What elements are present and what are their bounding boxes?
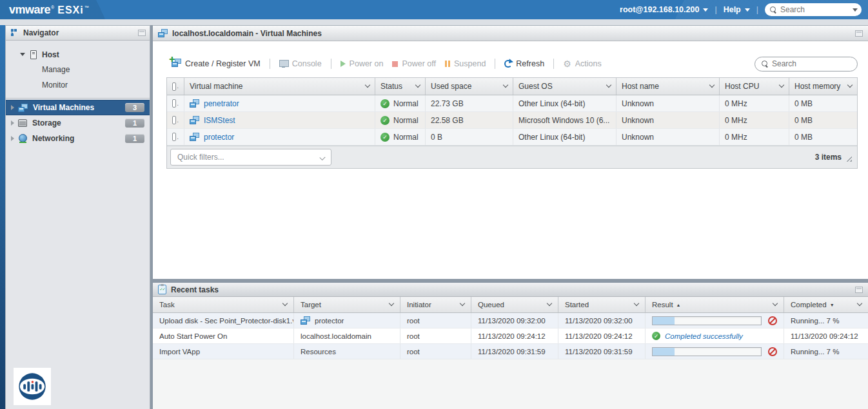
gear-icon: ⚙ — [563, 59, 571, 68]
column-header-host-cpu[interactable]: Host CPU — [720, 78, 789, 95]
tasks-table-header: Task Target Initiator Queued Started Res… — [153, 297, 868, 313]
networking-label: Networking — [32, 134, 74, 143]
vm-search-box[interactable] — [755, 57, 858, 71]
refresh-button[interactable]: Refresh — [504, 59, 544, 68]
refresh-label: Refresh — [516, 59, 544, 68]
column-menu-icon[interactable] — [282, 301, 288, 306]
column-header-host-memory[interactable]: Host memory — [789, 78, 857, 95]
column-header-target[interactable]: Target — [294, 297, 400, 312]
global-search-box[interactable] — [765, 3, 862, 16]
column-menu-icon[interactable] — [547, 301, 552, 306]
row-checkbox[interactable] — [172, 116, 176, 124]
started-value: 11/13/2020 09:32:00 — [558, 313, 646, 328]
task-progress-fill — [653, 348, 675, 356]
vm-search-input[interactable] — [772, 59, 851, 68]
actions-button[interactable]: ⚙ Actions — [563, 59, 602, 68]
create-register-vm-button[interactable]: ✚ Create / Register VM — [172, 59, 261, 69]
task-row-auto-start[interactable]: Auto Start Power On localhost.localdomai… — [153, 328, 868, 344]
vm-name-link[interactable]: protector — [204, 133, 234, 142]
sidebar-item-storage[interactable]: Storage 1 — [6, 115, 150, 131]
create-vm-icon: ✚ — [172, 59, 181, 69]
expand-icon[interactable] — [11, 136, 14, 141]
select-all-checkbox[interactable] — [172, 82, 176, 91]
help-label: Help — [724, 5, 741, 14]
sidebar-item-monitor[interactable]: Monitor — [6, 77, 150, 93]
column-menu-icon[interactable] — [365, 82, 370, 88]
expand-icon[interactable] — [11, 120, 14, 126]
vm-icon — [301, 316, 310, 325]
column-header-virtual-machine[interactable]: Virtual machine — [184, 78, 375, 95]
column-header-started[interactable]: Started — [558, 297, 646, 312]
sidebar-item-networking[interactable]: Networking 1 — [6, 131, 150, 146]
power-off-button[interactable]: Power off — [392, 59, 436, 68]
search-scope-dropdown-icon[interactable] — [853, 8, 858, 12]
column-header-status[interactable]: Status — [375, 78, 426, 95]
task-row-upload-disk[interactable]: Upload disk - Sec Point_Protector-disk1.… — [153, 313, 868, 328]
column-menu-icon[interactable] — [857, 301, 862, 306]
resize-grip-icon[interactable] — [845, 155, 852, 162]
column-menu-icon[interactable] — [709, 82, 715, 88]
sidebar-item-virtual-machines[interactable]: Virtual Machines 3 — [6, 100, 150, 115]
used-space-value: 22.58 GB — [426, 112, 513, 128]
target-value[interactable]: protector — [315, 317, 344, 325]
maximize-panel-icon[interactable] — [855, 287, 863, 293]
vm-icon — [18, 104, 28, 112]
initiator-value: root — [400, 328, 471, 343]
suspend-button[interactable]: Suspend — [445, 59, 486, 68]
trademark-mark: ™ — [84, 5, 89, 10]
column-header-task[interactable]: Task — [153, 297, 294, 312]
task-row-import-vapp[interactable]: Import VApp Resources root 11/13/2020 09… — [153, 344, 868, 359]
host-memory-value: 0 MB — [789, 129, 857, 145]
vm-row-ismstest[interactable]: . ISMStest Normal 22.58 GB Microsoft Win… — [167, 112, 857, 129]
column-header-queued[interactable]: Queued — [471, 297, 558, 312]
sidebar-item-host[interactable]: Host — [6, 47, 150, 62]
global-search-input[interactable] — [780, 5, 853, 14]
quick-filters-dropdown[interactable]: Quick filters... — [170, 149, 331, 166]
column-menu-icon[interactable] — [773, 301, 778, 306]
user-menu[interactable]: root@192.168.10.200 — [620, 5, 708, 14]
column-header-guest-os[interactable]: Guest OS — [513, 78, 616, 95]
console-button[interactable]: Console — [279, 59, 322, 68]
initiator-value: root — [400, 344, 471, 359]
column-menu-icon[interactable] — [460, 301, 465, 306]
maximize-panel-icon[interactable] — [855, 30, 863, 37]
power-on-button[interactable]: Power on — [340, 59, 384, 68]
column-menu-icon[interactable] — [634, 301, 639, 306]
console-icon — [279, 60, 288, 68]
cancel-task-icon[interactable] — [768, 347, 777, 356]
toolbar-divider — [331, 59, 331, 69]
vm-row-penetrator[interactable]: . penetrator Normal 22.73 GB Other Linux… — [167, 95, 857, 112]
vm-name-link[interactable]: ISMStest — [204, 116, 235, 125]
column-header-result[interactable]: Result▲ — [646, 297, 784, 312]
task-progress-bar — [652, 316, 762, 325]
undock-panel-icon[interactable] — [138, 30, 146, 36]
row-checkbox[interactable] — [172, 99, 176, 108]
column-menu-icon[interactable] — [847, 82, 853, 88]
collapse-icon[interactable] — [20, 53, 25, 56]
virtual-machines-label: Virtual Machines — [33, 103, 94, 112]
column-menu-icon[interactable] — [415, 82, 420, 88]
column-header-completed[interactable]: Completed▼ — [784, 297, 868, 312]
cancel-task-icon[interactable] — [768, 316, 777, 325]
column-menu-icon[interactable] — [503, 82, 508, 88]
vm-name-link[interactable]: penetrator — [204, 99, 239, 108]
column-header-used-space[interactable]: Used space — [426, 78, 513, 95]
sidebar-item-manage[interactable]: Manage — [6, 62, 150, 77]
search-icon — [770, 6, 777, 14]
help-menu[interactable]: Help — [724, 5, 750, 14]
expand-icon[interactable] — [11, 105, 14, 110]
completed-value: Running... 7 % — [784, 344, 868, 359]
column-header-host-name[interactable]: Host name — [616, 78, 720, 95]
column-menu-icon[interactable] — [779, 82, 784, 88]
column-header-initiator[interactable]: Initiator — [400, 297, 471, 312]
initiator-value: root — [400, 313, 471, 328]
row-checkbox[interactable] — [172, 133, 176, 141]
guest-os-value: Other Linux (64-bit) — [513, 95, 616, 111]
vm-row-protector[interactable]: . protector Normal 0 B Other Linux (64-b… — [167, 129, 857, 146]
column-menu-icon[interactable] — [606, 82, 611, 88]
power-off-label: Power off — [402, 59, 436, 68]
column-menu-icon[interactable] — [389, 301, 394, 306]
vm-icon — [190, 116, 199, 124]
secpoint-logo-image — [17, 372, 47, 401]
status-normal-icon — [380, 99, 390, 108]
